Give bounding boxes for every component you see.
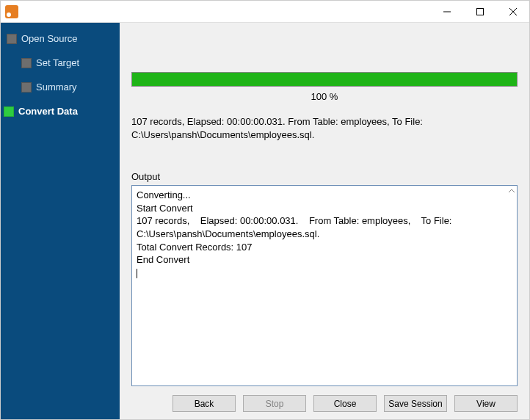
view-button[interactable]: View — [454, 395, 518, 412]
save-session-button[interactable]: Save Session — [384, 395, 447, 412]
app-icon — [5, 5, 18, 18]
step-box-icon — [21, 82, 32, 93]
minimize-button[interactable] — [430, 1, 463, 22]
app-window: Open Source Set Target Summary Convert D… — [0, 0, 530, 420]
button-bar: Back Stop Close Save Session View — [131, 395, 518, 412]
progress-area: 100 % — [131, 72, 518, 102]
scroll-up-icon — [508, 187, 515, 195]
step-box-icon — [7, 34, 17, 44]
wizard-sidebar: Open Source Set Target Summary Convert D… — [1, 23, 120, 419]
close-button[interactable]: Close — [313, 395, 377, 412]
back-button[interactable]: Back — [173, 395, 236, 412]
status-text: 107 records, Elapsed: 00:00:00.031. From… — [131, 115, 518, 142]
sidebar-item-set-target[interactable]: Set Target — [1, 54, 120, 71]
main-panel: 100 % 107 records, Elapsed: 00:00:00.031… — [120, 23, 529, 419]
progress-percent-label: 100 % — [131, 91, 518, 102]
output-content: Converting... Start Convert 107 records,… — [137, 189, 454, 265]
stop-button[interactable]: Stop — [243, 395, 306, 412]
sidebar-item-label: Set Target — [36, 57, 79, 68]
window-controls — [430, 1, 529, 22]
maximize-button[interactable] — [463, 1, 496, 22]
maximize-icon — [476, 8, 484, 15]
titlebar — [1, 1, 529, 23]
sidebar-item-label: Open Source — [21, 33, 78, 44]
text-cursor — [137, 269, 137, 278]
step-box-icon — [4, 106, 14, 117]
body: Open Source Set Target Summary Convert D… — [1, 23, 529, 419]
output-label: Output — [131, 171, 518, 182]
minimize-icon — [443, 8, 451, 15]
sidebar-item-label: Summary — [36, 82, 77, 93]
sidebar-item-summary[interactable]: Summary — [1, 79, 120, 95]
close-icon — [509, 8, 517, 15]
close-window-button[interactable] — [496, 1, 529, 22]
progress-bar — [131, 72, 518, 87]
step-box-icon — [21, 58, 32, 68]
sidebar-item-convert-data[interactable]: Convert Data — [1, 103, 120, 120]
output-textarea[interactable]: Converting... Start Convert 107 records,… — [131, 185, 518, 386]
svg-rect-1 — [476, 8, 483, 15]
sidebar-item-open-source[interactable]: Open Source — [1, 30, 120, 47]
sidebar-item-label: Convert Data — [18, 106, 78, 117]
